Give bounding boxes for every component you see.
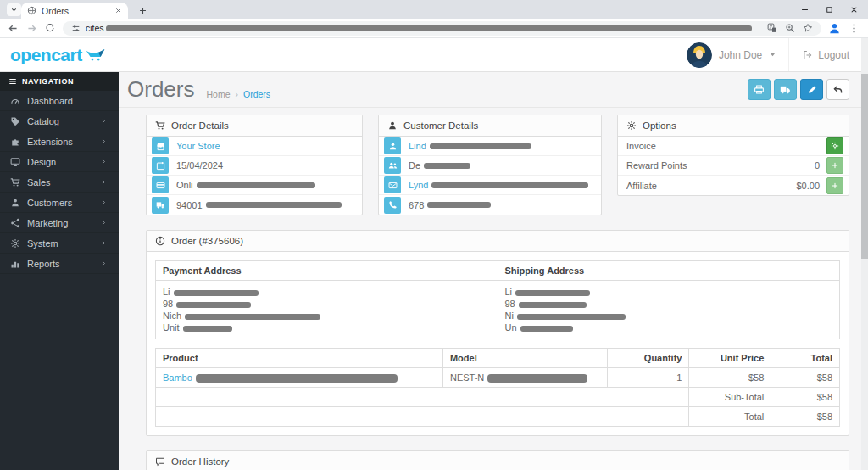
opencart-logo-text: opencart: [10, 45, 82, 65]
group-icon: [384, 157, 401, 174]
refresh-icon[interactable]: [41, 23, 59, 33]
translate-icon[interactable]: [767, 23, 777, 33]
sidebar-item-customers[interactable]: Customers: [0, 193, 119, 213]
close-window-button[interactable]: [842, 0, 866, 19]
page-scrollbar[interactable]: [861, 38, 868, 470]
chevron-right-icon: [97, 240, 110, 246]
customer-email-row: Lynd: [379, 176, 601, 195]
sidebar-item-system[interactable]: System: [0, 233, 119, 254]
store-link[interactable]: Your Store: [176, 141, 220, 151]
subtotal-row: Sub-Total $58: [156, 388, 840, 407]
customer-details-panel: Customer Details Lind De Lynd: [378, 115, 602, 215]
subtotal-label: Sub-Total: [689, 388, 771, 407]
chevron-right-icon: [97, 199, 110, 205]
print-shipping-list-button[interactable]: [774, 79, 797, 100]
calendar-icon: [152, 157, 169, 174]
redacted-text: [517, 314, 626, 320]
truck-icon: [780, 84, 791, 95]
sidebar-item-dashboard[interactable]: Dashboard: [0, 91, 119, 111]
quantity-cell: 1: [607, 368, 689, 388]
sidebar-item-reports[interactable]: Reports: [0, 254, 119, 274]
hamburger-icon: [8, 77, 17, 86]
sidebar-item-extensions[interactable]: Extensions: [0, 131, 119, 152]
design-monitor-icon: [8, 157, 21, 167]
plus-icon: [831, 182, 839, 190]
bookmark-star-icon[interactable]: [803, 23, 813, 33]
email-link[interactable]: Lynd: [409, 180, 428, 190]
shipping-address-cell: Li 98 Ni Un: [498, 281, 840, 339]
browser-profile-icon[interactable]: [828, 22, 841, 35]
forward-icon[interactable]: [22, 23, 41, 34]
back-icon[interactable]: [3, 23, 22, 34]
redacted-text: [185, 314, 320, 320]
add-reward-points-button[interactable]: [826, 157, 843, 174]
logout-button[interactable]: Logout: [788, 38, 849, 71]
browser-menu-icon[interactable]: [849, 23, 860, 34]
zoom-icon[interactable]: [785, 23, 795, 33]
tab-search-button[interactable]: [7, 3, 21, 16]
customer-link[interactable]: Lind: [409, 141, 426, 151]
sidebar: NAVIGATION Dashboard Catalog Extensions …: [0, 72, 119, 470]
window-controls: [793, 0, 866, 19]
shipping-method-row: 94001: [147, 195, 362, 215]
invoice-row: Invoice: [618, 137, 849, 156]
chevron-down-icon: [10, 6, 18, 14]
redacted-url: [106, 25, 752, 31]
sidebar-item-catalog[interactable]: Catalog: [0, 111, 119, 131]
maximize-button[interactable]: [817, 0, 842, 19]
redacted-text: [196, 374, 398, 383]
product-row: Bambo NEST-N 1 $58 $58: [156, 368, 840, 388]
chevron-right-icon: [97, 138, 110, 144]
shipping-address-header: Shipping Address: [498, 261, 840, 281]
customer-name-row: Lind: [379, 137, 601, 156]
phone-icon: [384, 197, 401, 214]
product-link[interactable]: Bambo: [163, 372, 192, 383]
browser-tab-strip: Orders: [0, 0, 868, 19]
new-tab-button[interactable]: [136, 3, 149, 17]
store-icon: [152, 137, 169, 154]
chevron-right-icon: [97, 179, 110, 185]
order-details-heading: Order Details: [147, 115, 362, 137]
order-panel-heading: Order (#375606): [147, 231, 849, 252]
tab-close-icon[interactable]: [114, 7, 122, 14]
reports-chart-icon: [8, 259, 21, 269]
reply-arrow-icon: [832, 84, 843, 95]
user-menu[interactable]: John Doe: [675, 38, 788, 71]
sidebar-item-marketing[interactable]: Marketing: [0, 213, 119, 233]
url-input[interactable]: cites: [63, 21, 821, 36]
plus-icon: [831, 161, 839, 170]
marketing-share-icon: [8, 218, 21, 228]
total-label: Total: [689, 407, 771, 427]
browser-tab-orders[interactable]: Orders: [21, 3, 128, 19]
opencart-logo[interactable]: opencart: [0, 38, 119, 71]
print-invoice-button[interactable]: [748, 79, 771, 100]
affiliate-value: $0.00: [796, 181, 820, 191]
add-commission-button[interactable]: [826, 177, 843, 194]
customer-details-heading: Customer Details: [379, 115, 601, 137]
redacted-text: [174, 290, 259, 296]
redacted-text: [206, 202, 342, 208]
order-history-heading: Order History: [147, 451, 849, 470]
edit-button[interactable]: [800, 79, 823, 100]
chevron-right-icon: [97, 118, 110, 124]
redacted-text: [424, 163, 470, 169]
credit-card-icon: [152, 176, 169, 193]
redacted-text: [197, 182, 315, 188]
caret-down-icon: [769, 51, 776, 59]
minimize-button[interactable]: [793, 0, 817, 19]
breadcrumb-home[interactable]: Home: [206, 89, 230, 99]
total-value: $58: [771, 407, 840, 427]
breadcrumb-current[interactable]: Orders: [243, 89, 270, 99]
redacted-text: [515, 290, 590, 296]
back-button[interactable]: [826, 79, 849, 100]
comment-icon: [155, 456, 165, 467]
site-info-icon[interactable]: [71, 24, 81, 33]
scrollbar-thumb[interactable]: [861, 74, 868, 259]
tab-favicon-globe-icon: [27, 6, 36, 15]
generate-invoice-button[interactable]: [826, 137, 843, 154]
envelope-icon: [384, 176, 401, 193]
url-text: cites: [86, 23, 104, 33]
sidebar-item-sales[interactable]: Sales: [0, 172, 119, 193]
sidebar-item-design[interactable]: Design: [0, 152, 119, 172]
info-icon: [155, 236, 165, 246]
